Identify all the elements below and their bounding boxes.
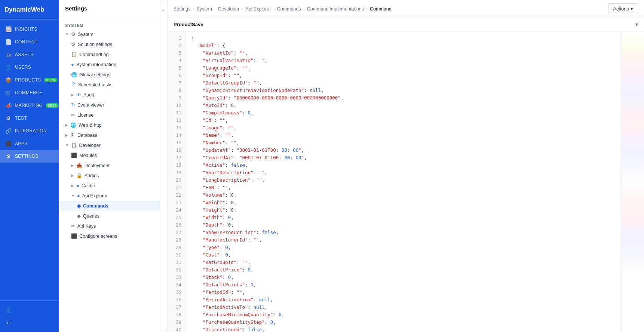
line-number: 15 bbox=[168, 139, 185, 147]
tree-item-api-keys[interactable]: ✏ Api Keys bbox=[59, 221, 160, 231]
line-number: 36 bbox=[168, 296, 185, 304]
breadcrumb-current: Command bbox=[370, 6, 392, 12]
tree-item-label: Audit bbox=[83, 92, 94, 98]
breadcrumb-api-explorer[interactable]: Api Explorer bbox=[245, 6, 271, 12]
sidebar-item-apps[interactable]: ⬛ APPS bbox=[0, 137, 59, 150]
main-content: Settings System ▼ ⚙ System ⚙ Solution se… bbox=[59, 0, 644, 332]
tree-item-addins[interactable]: ▶ 🔒 Addins bbox=[59, 170, 160, 181]
sidebar-item-commerce[interactable]: 🛒 COMMERCE bbox=[0, 86, 59, 99]
app-logo: DynamicWeb bbox=[0, 0, 59, 20]
breadcrumb-system[interactable]: System bbox=[196, 6, 212, 12]
settings-collapse-button[interactable]: ‹ bbox=[160, 0, 168, 332]
tree-item-label: Event viewer bbox=[77, 102, 104, 108]
tree-item-configure-screens[interactable]: ⬛ Configure screens bbox=[59, 231, 160, 241]
tree-item-label: Queries bbox=[83, 213, 99, 219]
sidebar-item-settings[interactable]: ⚙ SETTINGS bbox=[0, 150, 59, 163]
tree-item-system-information[interactable]: ● System information bbox=[59, 59, 160, 70]
code-line: "ShowInProductList": false, bbox=[191, 229, 622, 236]
breadcrumb-command-implementations[interactable]: Command implementations bbox=[307, 6, 364, 12]
line-number: 23 bbox=[168, 199, 185, 206]
line-number: 7 bbox=[168, 79, 185, 87]
tree-item-developer[interactable]: ▼ {} Developer bbox=[59, 140, 160, 150]
code-line: { bbox=[191, 34, 622, 42]
actions-button[interactable]: Actions ▾ bbox=[608, 3, 638, 14]
tree-item-label: System information bbox=[76, 62, 116, 67]
breadcrumb-settings[interactable]: Settings bbox=[174, 6, 190, 12]
sidebar-item-user[interactable]: 👤 bbox=[0, 304, 59, 316]
tree-item-solution-settings[interactable]: ⚙ Solution settings bbox=[59, 39, 160, 49]
line-number: 29 bbox=[168, 244, 185, 251]
code-line: "UpdateAt": "0001-01-01T00: 00: 00", bbox=[191, 147, 622, 154]
products-badge: BETA bbox=[44, 78, 57, 82]
sidebar-item-assets[interactable]: 🗂 ASSETS bbox=[0, 48, 59, 61]
system-icon: ⚙ bbox=[71, 31, 76, 37]
code-collapse-icon[interactable]: ▾ bbox=[635, 22, 638, 27]
developer-icon: {} bbox=[71, 142, 77, 148]
tree-item-label: Web & http bbox=[79, 123, 102, 128]
sidebar-nav: 📈 INSIGHTS 📄 CONTENT 🗂 ASSETS 👤 USERS 📦 … bbox=[0, 20, 59, 300]
tree-item-api-explorer[interactable]: ▼ ● Api Explorer bbox=[59, 191, 160, 201]
tree-item-label: Commands bbox=[83, 203, 108, 209]
tree-item-commands[interactable]: ◆ Commands bbox=[59, 201, 160, 211]
sidebar-item-products[interactable]: 📦 PRODUCTS BETA bbox=[0, 74, 59, 86]
code-line: "AutoId": 0, bbox=[191, 102, 622, 109]
sidebar-bottom: 👤 ↩ bbox=[0, 300, 59, 332]
tree-item-label: Scheduled tasks bbox=[78, 82, 113, 87]
line-number: 27 bbox=[168, 229, 185, 236]
line-number: 22 bbox=[168, 191, 185, 199]
addins-icon: 🔒 bbox=[76, 173, 82, 178]
tree-item-label: System bbox=[78, 32, 93, 37]
code-line: "VariantId": "", bbox=[191, 49, 622, 57]
sidebar-item-test[interactable]: ⚙ TEST bbox=[0, 112, 59, 124]
commands-icon: ◆ bbox=[77, 203, 81, 209]
sidebar-item-marketing[interactable]: 📣 MARKETING BETA bbox=[0, 99, 59, 112]
chevron-right-icon: ▶ bbox=[65, 123, 68, 127]
tree-item-scheduled-tasks[interactable]: ⏱ Scheduled tasks bbox=[59, 80, 160, 90]
sidebar-item-integration[interactable]: 🔗 INTEGRATION bbox=[0, 124, 59, 137]
line-number: 38 bbox=[168, 311, 185, 319]
breadcrumb-commands[interactable]: Commands bbox=[277, 6, 301, 12]
code-content[interactable]: 1234567891011121314151617181920212223242… bbox=[168, 31, 644, 332]
sidebar-item-logout[interactable]: ↩ bbox=[0, 316, 59, 329]
minimap bbox=[622, 31, 644, 332]
tree-item-label: Api Explorer bbox=[82, 193, 108, 199]
web-http-icon: 🌐 bbox=[70, 122, 76, 128]
tree-item-queries[interactable]: ◆ Queries bbox=[59, 211, 160, 221]
code-line: "Completeness": 0, bbox=[191, 109, 622, 117]
sidebar-item-users[interactable]: 👤 USERS bbox=[0, 61, 59, 74]
tree-item-system[interactable]: ▼ ⚙ System bbox=[59, 29, 160, 39]
minimap-content bbox=[622, 31, 644, 332]
code-line: "Discontinued": false, bbox=[191, 326, 622, 332]
tree-item-modules[interactable]: ⬛ Modules bbox=[59, 150, 160, 160]
breadcrumb-developer[interactable]: Developer bbox=[218, 6, 239, 12]
code-line: "ManufacturerId": "", bbox=[191, 236, 622, 244]
tree-item-cache[interactable]: ▶ ● Cache bbox=[59, 181, 160, 191]
line-number: 1 bbox=[168, 34, 185, 42]
sidebar-item-content[interactable]: 📄 CONTENT bbox=[0, 36, 59, 48]
breadcrumb: Settings › System › Developer › Api Expl… bbox=[174, 6, 608, 12]
line-number: 16 bbox=[168, 147, 185, 154]
solution-settings-icon: ⚙ bbox=[71, 42, 76, 47]
tree-item-web-http[interactable]: ▶ 🌐 Web & http bbox=[59, 120, 160, 130]
tree-item-label: Addins bbox=[85, 173, 99, 178]
tree-item-commandlog[interactable]: 📋 CommandLog bbox=[59, 49, 160, 59]
sidebar-item-insights[interactable]: 📈 INSIGHTS bbox=[0, 23, 59, 36]
deployment-icon: 📤 bbox=[76, 163, 82, 168]
tree-item-license[interactable]: ✏ License bbox=[59, 110, 160, 120]
line-numbers: 1234567891011121314151617181920212223242… bbox=[168, 31, 185, 332]
line-number: 18 bbox=[168, 162, 185, 169]
code-line: "PurchaseMinimumQuantity": 0, bbox=[191, 311, 622, 319]
tree-item-audit[interactable]: ▶ 👁 Audit bbox=[59, 90, 160, 100]
tree-item-global-settings[interactable]: 🌐 Global settings bbox=[59, 70, 160, 80]
code-line: "Type": 0, bbox=[191, 244, 622, 251]
logout-icon: ↩ bbox=[5, 320, 12, 326]
sidebar-item-label: SETTINGS bbox=[15, 154, 39, 159]
tree-item-event-viewer[interactable]: ↻ Event viewer bbox=[59, 100, 160, 110]
tree-item-database[interactable]: ▶ 🗄 Database bbox=[59, 130, 160, 140]
sidebar-item-label: INSIGHTS bbox=[15, 27, 37, 32]
insights-icon: 📈 bbox=[5, 26, 12, 32]
tree-item-deployment[interactable]: ▶ 📤 Deployment bbox=[59, 160, 160, 170]
line-number: 28 bbox=[168, 236, 185, 244]
tree-item-label: Global settings bbox=[79, 72, 110, 77]
chevron-down-icon: ▼ bbox=[65, 32, 69, 36]
